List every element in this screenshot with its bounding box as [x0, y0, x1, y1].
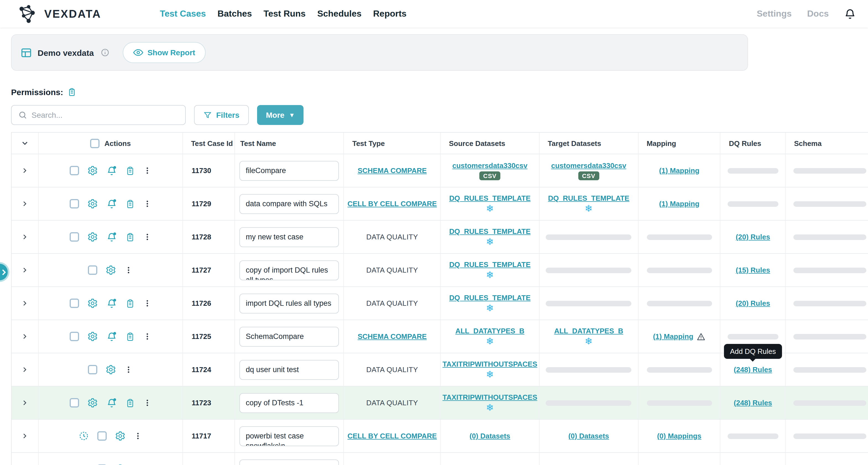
row-menu-kebab-icon[interactable]	[143, 199, 152, 209]
info-icon[interactable]	[100, 48, 109, 57]
target-datasets-dataset-link[interactable]: customersdata330csv	[551, 161, 626, 169]
row-menu-kebab-icon[interactable]	[134, 431, 142, 441]
notification-bell-icon[interactable]	[844, 8, 856, 20]
row-clipboard-icon[interactable]	[125, 298, 135, 308]
test-name-field[interactable]: my new test case	[240, 227, 339, 247]
source-datasets-dataset-link[interactable]: ALL_DATATYPES_B	[455, 327, 524, 335]
dq-rules-link[interactable]: (248) Rules	[734, 399, 772, 407]
row-menu-kebab-icon[interactable]	[125, 266, 133, 275]
show-report-button[interactable]: Show Report	[122, 42, 206, 63]
dq-rules-link[interactable]: (20) Rules	[736, 233, 770, 241]
test-type-link[interactable]: CELL BY CELL COMPARE	[347, 199, 437, 208]
filters-button[interactable]: Filters	[194, 105, 249, 125]
test-name-field[interactable]: data compare with SQLs	[240, 194, 339, 214]
expand-row-chevron-icon[interactable]	[21, 200, 28, 207]
row-select-checkbox[interactable]	[88, 266, 98, 275]
select-all-checkbox[interactable]	[90, 138, 99, 148]
row-notifications-bell-icon[interactable]	[106, 397, 117, 408]
row-select-checkbox[interactable]	[70, 232, 79, 242]
target-datasets-link[interactable]: (0) Datasets	[568, 432, 609, 440]
expand-row-chevron-icon[interactable]	[21, 167, 28, 174]
row-clipboard-icon[interactable]	[125, 398, 135, 408]
test-name-field[interactable]: copy of import DQL rules all types	[240, 260, 339, 280]
source-datasets-link[interactable]: (0) Datasets	[469, 432, 510, 440]
row-notifications-bell-icon[interactable]	[106, 231, 117, 243]
dq-rules-link[interactable]: (15) Rules	[736, 266, 770, 274]
expand-row-chevron-icon[interactable]	[21, 233, 28, 241]
row-notifications-bell-icon[interactable]	[106, 165, 117, 176]
row-select-checkbox[interactable]	[70, 398, 79, 407]
row-clipboard-icon[interactable]	[125, 199, 135, 209]
source-datasets-dataset-link[interactable]: DQ_RULES_TEMPLATE	[449, 260, 530, 269]
target-datasets-dataset-link[interactable]: DQ_RULES_TEMPLATE	[548, 194, 629, 203]
expand-row-chevron-icon[interactable]	[21, 333, 28, 340]
nav-item-schedules[interactable]: Schedules	[317, 9, 362, 19]
row-menu-kebab-icon[interactable]	[143, 166, 152, 175]
nav-item-docs[interactable]: Docs	[807, 9, 829, 19]
permissions-clipboard-icon[interactable]	[67, 87, 76, 97]
source-datasets-dataset-link[interactable]: DQ_RULES_TEMPLATE	[449, 293, 530, 302]
source-datasets-dataset-link[interactable]: TAXITRIPWITHOUTSPACES	[442, 360, 537, 368]
panel-toggle-handle[interactable]	[0, 264, 8, 280]
expand-row-chevron-icon[interactable]	[21, 300, 28, 307]
test-name-field[interactable]: SchemaCompare	[240, 327, 339, 346]
test-name-field[interactable]: copy of DTests -1	[240, 393, 339, 413]
row-menu-kebab-icon[interactable]	[125, 365, 133, 374]
row-menu-kebab-icon[interactable]	[143, 398, 152, 407]
nav-item-test-cases[interactable]: Test Cases	[160, 9, 206, 19]
row-settings-gear-icon[interactable]	[106, 265, 116, 275]
row-notifications-bell-icon[interactable]	[106, 331, 117, 342]
dq-rules-link[interactable]: (20) Rules	[736, 299, 770, 307]
source-datasets-dataset-link[interactable]: TAXITRIPWITHOUTSPACES	[442, 393, 537, 401]
row-select-checkbox[interactable]	[70, 199, 79, 209]
brand[interactable]: VEXDATA	[17, 3, 101, 24]
search-input[interactable]	[32, 111, 179, 119]
row-settings-gear-icon[interactable]	[115, 464, 126, 465]
row-notifications-bell-icon[interactable]	[106, 198, 117, 209]
source-datasets-dataset-link[interactable]: DQ_RULES_TEMPLATE	[449, 194, 530, 203]
source-datasets-dataset-link[interactable]: customersdata330csv	[452, 161, 527, 169]
row-clipboard-icon[interactable]	[125, 332, 135, 341]
test-name-field[interactable]: dq user unit test	[240, 360, 339, 379]
mapping-link[interactable]: (0) Mappings	[657, 432, 701, 440]
row-settings-gear-icon[interactable]	[87, 331, 98, 342]
test-type-link[interactable]: SCHEMA COMPARE	[358, 332, 427, 341]
row-select-checkbox[interactable]	[70, 299, 79, 308]
expand-all-chevron-icon[interactable]	[21, 139, 29, 148]
nav-item-settings[interactable]: Settings	[757, 9, 792, 19]
row-clipboard-icon[interactable]	[125, 165, 135, 176]
nav-item-test-runs[interactable]: Test Runs	[264, 9, 306, 19]
test-type-link[interactable]: SCHEMA COMPARE	[358, 166, 427, 175]
mapping-link[interactable]: (1) Mapping	[659, 166, 700, 175]
row-schedule-clock-icon[interactable]	[79, 431, 89, 441]
row-settings-gear-icon[interactable]	[115, 431, 126, 441]
expand-row-chevron-icon[interactable]	[21, 432, 28, 440]
source-datasets-dataset-link[interactable]: DQ_RULES_TEMPLATE	[449, 227, 530, 236]
test-name-field[interactable]: powerbi test case snowflake\n	[240, 426, 339, 446]
test-name-field[interactable]: fileCompare	[240, 161, 339, 181]
row-select-checkbox[interactable]	[98, 431, 107, 441]
row-clipboard-icon[interactable]	[125, 232, 135, 242]
row-menu-kebab-icon[interactable]	[143, 299, 152, 308]
expand-row-chevron-icon[interactable]	[21, 267, 28, 274]
target-datasets-dataset-link[interactable]: ALL_DATATYPES_B	[554, 327, 623, 335]
row-settings-gear-icon[interactable]	[87, 398, 98, 408]
expand-row-chevron-icon[interactable]	[21, 399, 28, 406]
row-notifications-bell-icon[interactable]	[106, 298, 117, 309]
row-schedule-clock-icon[interactable]	[79, 464, 89, 465]
row-settings-gear-icon[interactable]	[87, 232, 98, 242]
nav-item-reports[interactable]: Reports	[373, 9, 407, 19]
mapping-link[interactable]: (1) Mapping	[659, 199, 700, 208]
row-menu-kebab-icon[interactable]	[143, 332, 152, 341]
row-select-checkbox[interactable]	[70, 332, 79, 341]
row-settings-gear-icon[interactable]	[87, 165, 98, 176]
test-name-field[interactable]: TestSchema	[240, 459, 339, 465]
row-select-checkbox[interactable]	[88, 365, 98, 374]
test-type-link[interactable]: CELL BY CELL COMPARE	[347, 432, 437, 440]
row-select-checkbox[interactable]	[70, 166, 79, 175]
row-menu-kebab-icon[interactable]	[143, 232, 152, 242]
mapping-link[interactable]: (1) Mapping	[653, 332, 693, 341]
test-name-field[interactable]: import DQL rules all types	[240, 293, 339, 313]
row-settings-gear-icon[interactable]	[87, 198, 98, 209]
row-settings-gear-icon[interactable]	[106, 364, 116, 375]
